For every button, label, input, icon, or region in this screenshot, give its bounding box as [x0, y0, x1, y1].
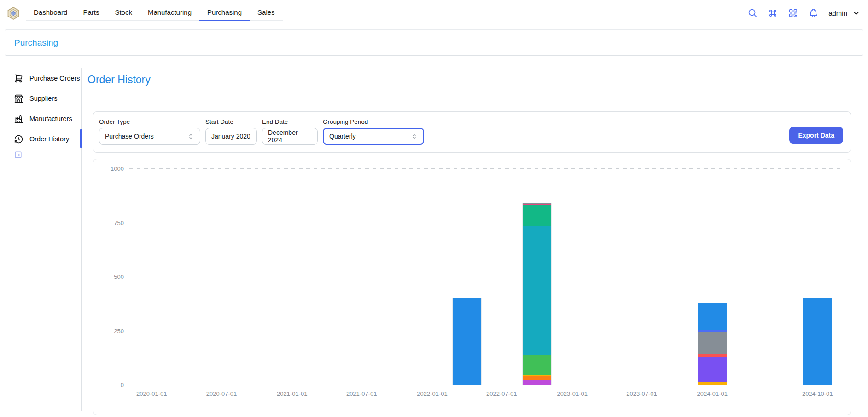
tab-manufacturing[interactable]: Manufacturing [140, 5, 199, 20]
start-date-input[interactable]: January 2020 [205, 128, 257, 145]
order-type-field: Order Type Purchase Orders [99, 118, 200, 145]
breadcrumb-purchasing[interactable]: Purchasing [14, 38, 58, 48]
start-date-label: Start Date [205, 118, 257, 125]
x-axis-tick-label: 2023-07-01 [626, 390, 657, 397]
tab-sales[interactable]: Sales [250, 5, 283, 20]
sidebar-item-order-history[interactable]: Order History [14, 129, 78, 149]
sidebar-label: Purchase Orders [29, 75, 80, 82]
bar-segment [698, 382, 727, 385]
header-actions: admin [747, 0, 861, 26]
sidebar-label: Suppliers [29, 95, 57, 102]
chevron-down-icon [852, 9, 861, 17]
command-palette-icon[interactable] [768, 8, 778, 18]
grouping-period-value: Quarterly [329, 133, 356, 140]
grouping-period-field: Grouping Period Quarterly [323, 118, 424, 145]
order-type-select[interactable]: Purchase Orders [99, 128, 200, 145]
sidebar-collapse-icon[interactable] [14, 151, 23, 159]
bar-segment [523, 355, 551, 375]
y-axis-tick-label: 1000 [97, 165, 124, 172]
end-date-label: End Date [262, 118, 318, 125]
x-axis-tick-label: 2022-07-01 [486, 390, 517, 397]
export-data-button[interactable]: Export Data [789, 127, 843, 144]
start-date-value: January 2020 [211, 133, 250, 140]
gridline [129, 385, 841, 385]
search-icon[interactable] [747, 8, 758, 18]
chart-bar-2024-10-01[interactable] [803, 298, 832, 385]
bar-segment [523, 380, 551, 385]
sidebar-active-indicator [80, 129, 82, 148]
x-axis-tick-label: 2021-07-01 [346, 390, 377, 397]
notifications-bell-icon[interactable] [808, 8, 819, 18]
end-date-input[interactable]: December 2024 [262, 128, 318, 145]
x-axis-tick-label: 2020-07-01 [206, 390, 237, 397]
chart-plot: 025050075010002020-01-012020-07-012021-0… [93, 159, 851, 415]
end-date-field: End Date December 2024 [262, 118, 318, 145]
building-store-icon [14, 94, 23, 104]
x-axis-tick-label: 2024-10-01 [802, 390, 833, 397]
tab-dashboard[interactable]: Dashboard [26, 5, 75, 20]
bar-segment [523, 376, 551, 380]
y-axis-tick-label: 500 [97, 273, 124, 280]
chart-bar-2022-10-01[interactable] [523, 203, 551, 385]
building-factory-icon [14, 114, 23, 124]
bar-segment [698, 303, 727, 330]
gridline [129, 223, 841, 223]
bar-segment [803, 298, 832, 385]
username-label: admin [828, 9, 847, 17]
sidebar-label: Manufacturers [29, 115, 72, 122]
y-axis-tick-label: 0 [97, 382, 124, 388]
start-date-field: Start Date January 2020 [205, 118, 257, 145]
bar-segment [453, 298, 481, 385]
tab-parts[interactable]: Parts [75, 5, 107, 20]
sidebar-divider [81, 68, 82, 411]
x-axis-tick-label: 2024-01-01 [697, 390, 728, 397]
title-divider [87, 94, 850, 94]
tab-stock[interactable]: Stock [107, 5, 140, 20]
tab-purchasing[interactable]: Purchasing [199, 5, 250, 21]
bar-segment [698, 332, 727, 354]
breadcrumb-panel: Purchasing [5, 29, 863, 56]
y-axis-tick-label: 750 [97, 220, 124, 226]
page: Dashboard Parts Stock Manufacturing Purc… [0, 0, 868, 417]
main-nav-tabs: Dashboard Parts Stock Manufacturing Purc… [26, 5, 283, 21]
filter-panel: Order Type Purchase Orders Start Date Ja… [93, 111, 851, 153]
gridline [129, 331, 841, 331]
selector-updown-icon [187, 133, 194, 140]
order-type-value: Purchase Orders [105, 133, 154, 140]
order-history-chart-card: 025050075010002020-01-012020-07-012021-0… [93, 159, 851, 415]
bar-segment [698, 357, 727, 382]
x-axis-tick-label: 2020-01-01 [136, 390, 167, 397]
x-axis-tick-label: 2021-01-01 [277, 390, 308, 397]
chart-bar-2022-04-01[interactable] [453, 298, 481, 385]
order-type-label: Order Type [99, 118, 200, 125]
x-axis-tick-label: 2022-01-01 [417, 390, 448, 397]
shopping-cart-icon [14, 74, 23, 83]
gridline [129, 277, 841, 277]
sidebar-label: Order History [29, 135, 69, 143]
end-date-value: December 2024 [268, 129, 312, 144]
user-menu[interactable]: admin [828, 9, 861, 17]
history-icon [14, 134, 23, 144]
x-axis-tick-label: 2023-01-01 [557, 390, 588, 397]
grouping-period-select[interactable]: Quarterly [323, 128, 424, 145]
inventree-logo-icon[interactable] [6, 6, 20, 20]
gridline [129, 168, 841, 169]
chart-bar-2024-01-01[interactable] [698, 303, 727, 385]
sidebar-item-purchase-orders[interactable]: Purchase Orders [14, 68, 78, 88]
top-navbar: Dashboard Parts Stock Manufacturing Purc… [0, 0, 868, 28]
y-axis-tick-label: 250 [97, 328, 124, 335]
bar-segment [698, 354, 727, 357]
selector-updown-icon [411, 133, 418, 140]
bar-segment [523, 226, 551, 355]
qrcode-scan-icon[interactable] [788, 8, 798, 18]
bar-segment [523, 205, 551, 226]
page-title: Order History [87, 74, 151, 86]
sidebar: Purchase Orders Suppliers Manufacturers … [14, 68, 78, 149]
sidebar-item-suppliers[interactable]: Suppliers [14, 88, 78, 109]
sidebar-item-manufacturers[interactable]: Manufacturers [14, 109, 78, 129]
grouping-period-label: Grouping Period [323, 118, 424, 125]
